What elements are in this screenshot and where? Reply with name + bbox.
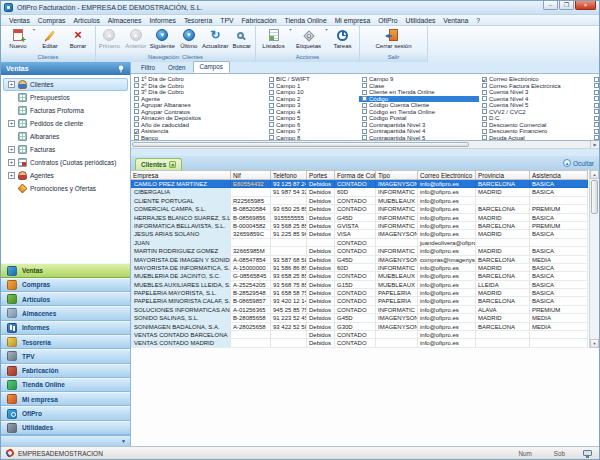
menu-item[interactable]: Artículos: [69, 15, 103, 26]
checkbox[interactable]: [482, 90, 487, 95]
edit-button[interactable]: Editar: [36, 27, 64, 49]
tree-item[interactable]: + Agentes: [3, 169, 128, 182]
table-row[interactable]: MAYORISTA DE INFORMATICA, S.A. A-1500000…: [131, 264, 588, 272]
nav-item[interactable]: Ventas: [1, 263, 130, 277]
menu-item[interactable]: Informes: [145, 15, 179, 26]
checkbox[interactable]: [482, 77, 487, 82]
checkbox[interactable]: [362, 83, 367, 88]
checkbox[interactable]: [362, 109, 367, 114]
nav-item[interactable]: Mi empresa: [1, 392, 130, 406]
refresh-button[interactable]: ↻ Actualizar: [202, 27, 229, 49]
checkbox[interactable]: [482, 103, 487, 108]
checkbox[interactable]: [134, 83, 139, 88]
column-header[interactable]: Forma de Cobro: [335, 170, 376, 180]
checkbox[interactable]: [482, 135, 487, 140]
checkbox[interactable]: [134, 90, 139, 95]
checkbox[interactable]: [482, 83, 487, 88]
table-row[interactable]: COMERCIAL CAMPA, S.L. B-08520584 93 650 …: [131, 205, 588, 213]
expand-icon[interactable]: +: [8, 120, 15, 127]
scrollbar-thumb[interactable]: [591, 180, 598, 214]
restore-button[interactable]: ❒: [559, 1, 574, 10]
next-button[interactable]: ▼ Siguiente: [149, 27, 176, 49]
checkbox[interactable]: [482, 109, 487, 114]
tree-item[interactable]: + Facturas: [3, 143, 128, 156]
checkbox[interactable]: [362, 135, 367, 140]
clientes-tab[interactable]: Clientes ×: [135, 158, 182, 170]
checkbox[interactable]: [362, 96, 367, 101]
checkbox[interactable]: [594, 83, 599, 88]
table-row[interactable]: MUEBLES AUXILIARES LLEIDA, S.A. A-252542…: [131, 281, 588, 289]
scroll-right-icon[interactable]: ▶: [590, 141, 599, 148]
delete-button[interactable]: × Borrar: [64, 27, 92, 49]
scroll-up-icon[interactable]: ▲: [590, 170, 599, 179]
checkbox[interactable]: [594, 90, 599, 95]
sidebar-panel-header[interactable]: Ventas: [1, 62, 130, 75]
nav-collapse-bar[interactable]: ▼: [1, 435, 130, 446]
labels-button[interactable]: Etiquetas: [293, 27, 325, 49]
table-row[interactable]: JUAN CONTADO juandeolivera@ofipro.es: [131, 239, 588, 247]
checkbox[interactable]: [594, 135, 599, 140]
column-header[interactable]: Asistencia: [530, 170, 588, 180]
table-row[interactable]: CIBERGALIA 91 987 54 32 Debidos 60D INFO…: [131, 188, 588, 196]
pin-icon[interactable]: [117, 65, 125, 73]
nav-item[interactable]: Almacenes: [1, 306, 130, 320]
column-header[interactable]: Empresa: [131, 170, 231, 180]
nav-item[interactable]: OfiPro: [1, 406, 130, 420]
tree-item[interactable]: + Promociones y Ofertas: [3, 182, 128, 195]
menu-item[interactable]: Tesorería: [180, 15, 216, 26]
checkbox[interactable]: [269, 96, 274, 101]
checkbox[interactable]: [594, 96, 599, 101]
checkbox[interactable]: [362, 77, 367, 82]
table-row[interactable]: SONIDO SALINAS, S.L. B-28085658 91 223 5…: [131, 314, 588, 322]
last-button[interactable]: ▼ Último: [176, 27, 203, 49]
expand-icon[interactable]: +: [8, 159, 15, 166]
checkbox[interactable]: [269, 135, 274, 140]
checkbox[interactable]: [134, 77, 139, 82]
menu-item[interactable]: Compras: [34, 15, 70, 26]
nav-item[interactable]: Fabricación: [1, 364, 130, 378]
table-row[interactable]: PAPELERIA MINORISTA CALAF, S.L. B-086598…: [131, 297, 588, 305]
menu-item[interactable]: Ventana: [439, 15, 472, 26]
column-header[interactable]: Portes: [307, 170, 335, 180]
nav-item[interactable]: Tienda Online: [1, 378, 130, 392]
menu-item[interactable]: OfiPro: [374, 15, 401, 26]
checkbox[interactable]: [134, 122, 139, 127]
column-header[interactable]: Correo Electrónico: [418, 170, 476, 180]
menu-item[interactable]: TPV: [216, 15, 237, 26]
tab-close-icon[interactable]: ×: [169, 161, 176, 168]
checkbox[interactable]: [482, 116, 487, 121]
checkbox[interactable]: [594, 109, 599, 114]
vertical-scrollbar[interactable]: ▲ ▼: [589, 170, 599, 348]
table-row[interactable]: VENTAS CONTADO MADRID Debidos CONTADO in…: [131, 339, 588, 347]
horizontal-scrollbar[interactable]: ▶: [131, 141, 599, 149]
tree-item[interactable]: + Pedidos de cliente: [3, 117, 128, 130]
column-header[interactable]: Provincia: [476, 170, 530, 180]
filter-tab[interactable]: Campos: [193, 61, 230, 73]
column-header[interactable]: Teléfono: [271, 170, 307, 180]
nav-item[interactable]: Informes: [1, 321, 130, 335]
checkbox[interactable]: [482, 122, 487, 127]
filter-tab[interactable]: Filtro: [135, 63, 161, 73]
column-header[interactable]: Nif: [231, 170, 271, 180]
search-button[interactable]: Buscar: [229, 27, 256, 49]
minimize-button[interactable]: –: [543, 1, 558, 10]
nav-item[interactable]: Artículos: [1, 292, 130, 306]
table-row[interactable]: VENTAS CONTADO BARCELONA Debidos CONTADO…: [131, 331, 588, 339]
table-row[interactable]: SONIMAGEN BADALONA, S.A. A-28025658 93 4…: [131, 323, 588, 331]
checkbox[interactable]: [269, 129, 274, 134]
menu-item[interactable]: Tienda Online: [281, 15, 331, 26]
new-button[interactable]: Nuevo: [4, 27, 32, 49]
checkbox[interactable]: [594, 116, 599, 121]
checkbox[interactable]: [134, 109, 139, 114]
nav-item[interactable]: Tesorería: [1, 335, 130, 349]
table-row[interactable]: MAYORISTA DE IMAGEN Y SONIDO, S.A. A-085…: [131, 256, 588, 264]
checkbox[interactable]: [362, 122, 367, 127]
filter-tab[interactable]: Orden: [162, 63, 192, 73]
checkbox[interactable]: [134, 129, 139, 134]
checkbox[interactable]: [482, 96, 487, 101]
menu-item[interactable]: ?: [472, 15, 484, 26]
tree-item[interactable]: + Albaranes: [3, 130, 128, 143]
first-button[interactable]: ▲ Primero: [96, 27, 123, 49]
nav-item[interactable]: Compras: [1, 278, 130, 292]
listings-button[interactable]: Listados: [259, 27, 289, 49]
